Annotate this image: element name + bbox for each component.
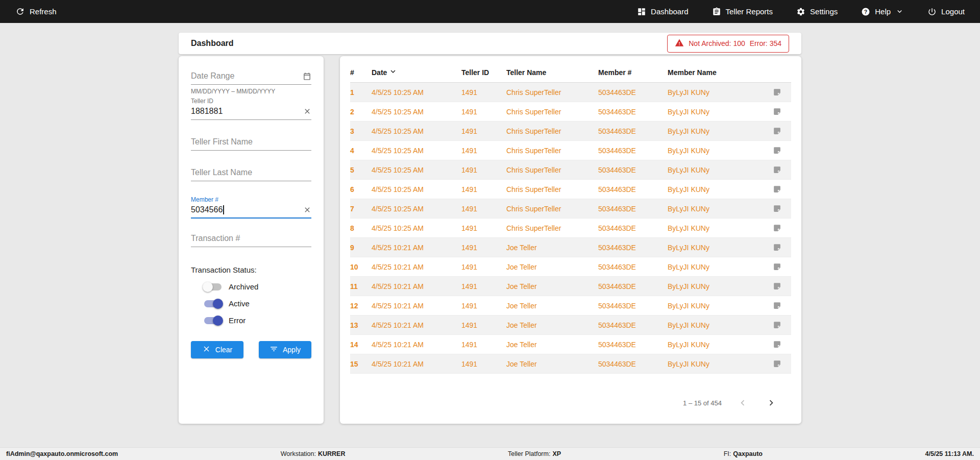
teller-last-name-field[interactable]: Teller Last Name <box>191 168 311 181</box>
table-row[interactable]: 6 4/5/25 10:25 AM 1491 Chris SuperTeller… <box>350 180 791 199</box>
next-page-button[interactable] <box>764 395 779 410</box>
nav-settings[interactable]: Settings <box>796 7 838 16</box>
row-member-number: 5034463DE <box>598 224 668 232</box>
note-icon[interactable] <box>763 301 791 310</box>
row-teller-name: Joe Teller <box>506 263 598 271</box>
archived-toggle-label: Archived <box>229 282 258 291</box>
clear-teller-id-icon[interactable] <box>303 107 311 115</box>
col-header-date[interactable]: Date <box>372 67 461 78</box>
close-icon <box>202 345 211 355</box>
error-toggle-label: Error <box>229 316 246 325</box>
date-range-field[interactable]: Date Range MM/DD/YYYY – MM/DD/YYYY <box>191 71 311 95</box>
table-row[interactable]: 12 4/5/25 10:21 AM 1491 Joe Teller 50344… <box>350 296 791 316</box>
row-teller-id: 1491 <box>461 127 506 135</box>
clear-member-number-icon[interactable] <box>303 206 311 214</box>
toggle-archived: Archived <box>204 282 311 291</box>
nav-settings-label: Settings <box>810 7 838 16</box>
table-row[interactable]: 11 4/5/25 10:21 AM 1491 Joe Teller 50344… <box>350 277 791 296</box>
col-header-member-number[interactable]: Member # <box>598 68 668 77</box>
table-row[interactable]: 13 4/5/25 10:21 AM 1491 Joe Teller 50344… <box>350 316 791 335</box>
note-icon[interactable] <box>763 359 791 368</box>
row-member-number: 5034463DE <box>598 282 668 290</box>
note-icon[interactable] <box>763 185 791 193</box>
row-date: 4/5/25 10:25 AM <box>372 166 461 174</box>
row-teller-id: 1491 <box>461 302 506 310</box>
row-number: 2 <box>350 108 372 116</box>
table-row[interactable]: 15 4/5/25 10:21 AM 1491 Joe Teller 50344… <box>350 354 791 374</box>
prev-page-button[interactable] <box>735 395 750 410</box>
note-icon[interactable] <box>763 107 791 116</box>
chevron-down-icon <box>895 7 904 16</box>
row-teller-name: Chris SuperTeller <box>506 185 598 193</box>
note-icon[interactable] <box>763 127 791 135</box>
nav-help[interactable]: ? Help <box>861 7 904 16</box>
table-row[interactable]: 5 4/5/25 10:25 AM 1491 Chris SuperTeller… <box>350 160 791 180</box>
row-date: 4/5/25 10:21 AM <box>372 244 461 252</box>
sort-arrow-icon[interactable] <box>388 67 398 78</box>
nav-dashboard-label: Dashboard <box>651 7 688 16</box>
table-row[interactable]: 2 4/5/25 10:25 AM 1491 Chris SuperTeller… <box>350 102 791 122</box>
row-teller-name: Chris SuperTeller <box>506 147 598 155</box>
active-switch[interactable] <box>204 300 222 307</box>
row-number: 10 <box>350 263 372 271</box>
teller-id-label: Teller ID <box>191 98 213 105</box>
row-member-number: 5034463DE <box>598 108 668 116</box>
not-archived-count: Not Archived: 100 <box>689 39 745 47</box>
row-number: 5 <box>350 166 372 174</box>
transaction-number-field[interactable]: Transaction # <box>191 234 311 247</box>
note-icon[interactable] <box>763 340 791 349</box>
refresh-button[interactable]: Refresh <box>15 7 57 16</box>
table-row[interactable]: 3 4/5/25 10:25 AM 1491 Chris SuperTeller… <box>350 122 791 141</box>
nav-teller-reports[interactable]: Teller Reports <box>712 7 773 16</box>
error-switch[interactable] <box>204 317 222 324</box>
table-row[interactable]: 9 4/5/25 10:21 AM 1491 Joe Teller 503446… <box>350 238 791 257</box>
archive-error-badge[interactable]: Not Archived: 100 Error: 354 <box>667 35 789 53</box>
clear-button[interactable]: Clear <box>191 341 243 358</box>
member-number-field[interactable]: Member # 5034566 <box>191 195 311 219</box>
apply-button[interactable]: Apply <box>259 341 311 358</box>
table-row[interactable]: 14 4/5/25 10:21 AM 1491 Joe Teller 50344… <box>350 335 791 354</box>
note-icon[interactable] <box>763 146 791 155</box>
row-member-name: ByLyJI KUNy <box>668 147 763 155</box>
row-teller-name: Chris SuperTeller <box>506 108 598 116</box>
teller-id-field[interactable]: Teller ID 1881881 <box>191 96 311 120</box>
refresh-icon <box>15 7 25 16</box>
col-header-teller-name[interactable]: Teller Name <box>506 68 598 77</box>
nav-dashboard[interactable]: Dashboard <box>637 7 688 16</box>
note-icon[interactable] <box>763 262 791 271</box>
footer-datetime: 4/5/25 11:13 AM. <box>925 450 974 457</box>
workstation-label: Workstation: <box>281 450 316 457</box>
nav-logout[interactable]: Logout <box>927 7 965 16</box>
row-teller-id: 1491 <box>461 205 506 213</box>
member-number-value[interactable]: 5034566 <box>191 205 224 214</box>
note-icon[interactable] <box>763 243 791 252</box>
nav-logout-label: Logout <box>941 7 965 16</box>
row-number: 12 <box>350 302 372 310</box>
note-icon[interactable] <box>763 282 791 290</box>
archived-switch[interactable] <box>204 283 222 290</box>
row-member-name: ByLyJI KUNy <box>668 282 763 290</box>
calendar-icon[interactable] <box>303 72 311 81</box>
table-row[interactable]: 8 4/5/25 10:25 AM 1491 Chris SuperTeller… <box>350 219 791 238</box>
note-icon[interactable] <box>763 88 791 96</box>
table-row[interactable]: 10 4/5/25 10:21 AM 1491 Joe Teller 50344… <box>350 257 791 277</box>
note-icon[interactable] <box>763 224 791 232</box>
teller-first-name-field[interactable]: Teller First Name <box>191 137 311 151</box>
col-header-member-name[interactable]: Member Name <box>668 68 763 77</box>
col-header-teller-id[interactable]: Teller ID <box>461 68 506 77</box>
warning-icon <box>675 38 684 49</box>
note-icon[interactable] <box>763 204 791 213</box>
row-teller-id: 1491 <box>461 185 506 193</box>
table-row[interactable]: 7 4/5/25 10:25 AM 1491 Chris SuperTeller… <box>350 199 791 219</box>
row-teller-id: 1491 <box>461 108 506 116</box>
table-row[interactable]: 4 4/5/25 10:25 AM 1491 Chris SuperTeller… <box>350 141 791 160</box>
date-range-placeholder: Date Range <box>191 71 234 81</box>
note-icon[interactable] <box>763 165 791 174</box>
table-row[interactable]: 1 4/5/25 10:25 AM 1491 Chris SuperTeller… <box>350 83 791 102</box>
help-icon: ? <box>861 7 870 16</box>
row-teller-name: Chris SuperTeller <box>506 166 598 174</box>
filter-icon <box>270 345 278 355</box>
teller-id-value[interactable]: 1881881 <box>191 107 223 116</box>
note-icon[interactable] <box>763 321 791 329</box>
power-icon <box>927 7 937 16</box>
